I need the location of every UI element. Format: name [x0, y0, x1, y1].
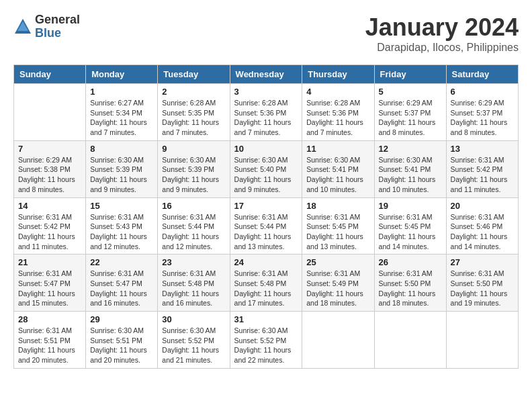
day-info: Sunrise: 6:30 AM Sunset: 5:41 PM Dayligh…	[379, 155, 442, 195]
day-info: Sunrise: 6:29 AM Sunset: 5:37 PM Dayligh…	[451, 98, 514, 138]
month-title: January 2024	[365, 13, 519, 42]
day-info: Sunrise: 6:30 AM Sunset: 5:40 PM Dayligh…	[234, 155, 298, 195]
day-info: Sunrise: 6:28 AM Sunset: 5:36 PM Dayligh…	[306, 98, 369, 138]
day-number: 22	[90, 257, 153, 267]
day-number: 28	[18, 314, 81, 324]
day-number: 6	[451, 87, 514, 97]
day-info: Sunrise: 6:30 AM Sunset: 5:52 PM Dayligh…	[162, 326, 225, 365]
calendar-cell: 15Sunrise: 6:31 AM Sunset: 5:43 PM Dayli…	[86, 197, 158, 255]
day-number: 8	[90, 144, 153, 154]
day-info: Sunrise: 6:31 AM Sunset: 5:42 PM Dayligh…	[18, 212, 81, 252]
day-info: Sunrise: 6:31 AM Sunset: 5:44 PM Dayligh…	[162, 212, 225, 252]
day-number: 27	[451, 257, 514, 267]
location-title: Darapidap, Ilocos, Philippines	[365, 42, 519, 54]
day-info: Sunrise: 6:31 AM Sunset: 5:50 PM Dayligh…	[451, 269, 514, 308]
calendar-cell: 24Sunrise: 6:31 AM Sunset: 5:48 PM Dayli…	[230, 255, 302, 312]
day-number: 31	[234, 314, 298, 324]
calendar-cell: 7Sunrise: 6:29 AM Sunset: 5:38 PM Daylig…	[14, 140, 86, 197]
header-friday: Friday	[374, 65, 446, 84]
day-info: Sunrise: 6:31 AM Sunset: 5:48 PM Dayligh…	[234, 269, 298, 308]
day-number: 23	[162, 257, 225, 267]
day-number: 15	[90, 201, 153, 211]
day-number: 24	[234, 257, 298, 267]
day-info: Sunrise: 6:29 AM Sunset: 5:38 PM Dayligh…	[18, 155, 81, 195]
calendar-cell: 31Sunrise: 6:30 AM Sunset: 5:52 PM Dayli…	[230, 312, 302, 369]
page-header: General Blue January 2024 Darapidap, Ilo…	[13, 13, 519, 54]
calendar-cell: 14Sunrise: 6:31 AM Sunset: 5:42 PM Dayli…	[14, 197, 86, 255]
calendar-cell: 28Sunrise: 6:31 AM Sunset: 5:51 PM Dayli…	[14, 312, 86, 369]
calendar-cell	[446, 312, 518, 369]
day-number: 16	[162, 201, 225, 211]
day-number: 13	[451, 144, 514, 154]
calendar-cell: 18Sunrise: 6:31 AM Sunset: 5:45 PM Dayli…	[302, 197, 374, 255]
day-info: Sunrise: 6:28 AM Sunset: 5:35 PM Dayligh…	[162, 98, 225, 138]
day-number: 29	[90, 314, 153, 324]
logo-blue: Blue	[35, 27, 80, 40]
calendar-cell: 5Sunrise: 6:29 AM Sunset: 5:37 PM Daylig…	[374, 84, 446, 141]
calendar-cell: 4Sunrise: 6:28 AM Sunset: 5:36 PM Daylig…	[302, 84, 374, 141]
calendar-cell: 11Sunrise: 6:30 AM Sunset: 5:41 PM Dayli…	[302, 140, 374, 197]
day-number: 18	[306, 201, 369, 211]
day-info: Sunrise: 6:30 AM Sunset: 5:41 PM Dayligh…	[306, 155, 369, 195]
day-info: Sunrise: 6:31 AM Sunset: 5:45 PM Dayligh…	[379, 212, 442, 252]
calendar-cell: 26Sunrise: 6:31 AM Sunset: 5:50 PM Dayli…	[374, 255, 446, 312]
header-wednesday: Wednesday	[230, 65, 302, 84]
calendar-cell: 21Sunrise: 6:31 AM Sunset: 5:47 PM Dayli…	[14, 255, 86, 312]
calendar-cell: 25Sunrise: 6:31 AM Sunset: 5:49 PM Dayli…	[302, 255, 374, 312]
calendar-week-3: 14Sunrise: 6:31 AM Sunset: 5:42 PM Dayli…	[14, 197, 519, 255]
logo-icon	[13, 17, 32, 36]
day-info: Sunrise: 6:31 AM Sunset: 5:51 PM Dayligh…	[18, 326, 81, 365]
calendar-cell: 17Sunrise: 6:31 AM Sunset: 5:44 PM Dayli…	[230, 197, 302, 255]
logo-general: General	[35, 13, 80, 27]
calendar-cell: 16Sunrise: 6:31 AM Sunset: 5:44 PM Dayli…	[158, 197, 230, 255]
calendar-cell: 1Sunrise: 6:27 AM Sunset: 5:34 PM Daylig…	[86, 84, 158, 141]
calendar-cell: 3Sunrise: 6:28 AM Sunset: 5:36 PM Daylig…	[230, 84, 302, 141]
header-monday: Monday	[86, 65, 158, 84]
day-info: Sunrise: 6:31 AM Sunset: 5:45 PM Dayligh…	[306, 212, 369, 252]
calendar-cell: 22Sunrise: 6:31 AM Sunset: 5:47 PM Dayli…	[86, 255, 158, 312]
day-info: Sunrise: 6:31 AM Sunset: 5:47 PM Dayligh…	[90, 269, 153, 308]
day-number: 14	[18, 201, 81, 211]
calendar-week-4: 21Sunrise: 6:31 AM Sunset: 5:47 PM Dayli…	[14, 255, 519, 312]
day-info: Sunrise: 6:31 AM Sunset: 5:47 PM Dayligh…	[18, 269, 81, 308]
day-info: Sunrise: 6:28 AM Sunset: 5:36 PM Dayligh…	[234, 98, 298, 138]
day-info: Sunrise: 6:31 AM Sunset: 5:50 PM Dayligh…	[379, 269, 442, 308]
day-info: Sunrise: 6:30 AM Sunset: 5:51 PM Dayligh…	[90, 326, 153, 365]
logo: General Blue	[13, 13, 80, 40]
calendar-cell: 8Sunrise: 6:30 AM Sunset: 5:39 PM Daylig…	[86, 140, 158, 197]
calendar-cell	[374, 312, 446, 369]
day-number: 30	[162, 314, 225, 324]
day-number: 26	[379, 257, 442, 267]
calendar-cell: 20Sunrise: 6:31 AM Sunset: 5:46 PM Dayli…	[446, 197, 518, 255]
day-number: 11	[306, 144, 369, 154]
day-info: Sunrise: 6:30 AM Sunset: 5:39 PM Dayligh…	[90, 155, 153, 195]
day-info: Sunrise: 6:29 AM Sunset: 5:37 PM Dayligh…	[379, 98, 442, 138]
day-info: Sunrise: 6:31 AM Sunset: 5:42 PM Dayligh…	[451, 155, 514, 195]
calendar-cell	[14, 84, 86, 141]
day-number: 17	[234, 201, 298, 211]
calendar-cell	[302, 312, 374, 369]
calendar-table: Sunday Monday Tuesday Wednesday Thursday…	[13, 64, 519, 369]
day-number: 12	[379, 144, 442, 154]
day-info: Sunrise: 6:31 AM Sunset: 5:44 PM Dayligh…	[234, 212, 298, 252]
calendar-cell: 10Sunrise: 6:30 AM Sunset: 5:40 PM Dayli…	[230, 140, 302, 197]
day-number: 7	[18, 144, 81, 154]
day-number: 21	[18, 257, 81, 267]
calendar-cell: 2Sunrise: 6:28 AM Sunset: 5:35 PM Daylig…	[158, 84, 230, 141]
day-number: 25	[306, 257, 369, 267]
day-info: Sunrise: 6:31 AM Sunset: 5:49 PM Dayligh…	[306, 269, 369, 308]
day-number: 4	[306, 87, 369, 97]
day-info: Sunrise: 6:31 AM Sunset: 5:43 PM Dayligh…	[90, 212, 153, 252]
calendar-cell: 6Sunrise: 6:29 AM Sunset: 5:37 PM Daylig…	[446, 84, 518, 141]
header-thursday: Thursday	[302, 65, 374, 84]
day-info: Sunrise: 6:30 AM Sunset: 5:39 PM Dayligh…	[162, 155, 225, 195]
day-info: Sunrise: 6:27 AM Sunset: 5:34 PM Dayligh…	[90, 98, 153, 138]
header-saturday: Saturday	[446, 65, 518, 84]
calendar-cell: 19Sunrise: 6:31 AM Sunset: 5:45 PM Dayli…	[374, 197, 446, 255]
calendar-cell: 29Sunrise: 6:30 AM Sunset: 5:51 PM Dayli…	[86, 312, 158, 369]
day-number: 9	[162, 144, 225, 154]
day-info: Sunrise: 6:30 AM Sunset: 5:52 PM Dayligh…	[234, 326, 298, 365]
day-number: 19	[379, 201, 442, 211]
day-number: 5	[379, 87, 442, 97]
day-number: 20	[451, 201, 514, 211]
